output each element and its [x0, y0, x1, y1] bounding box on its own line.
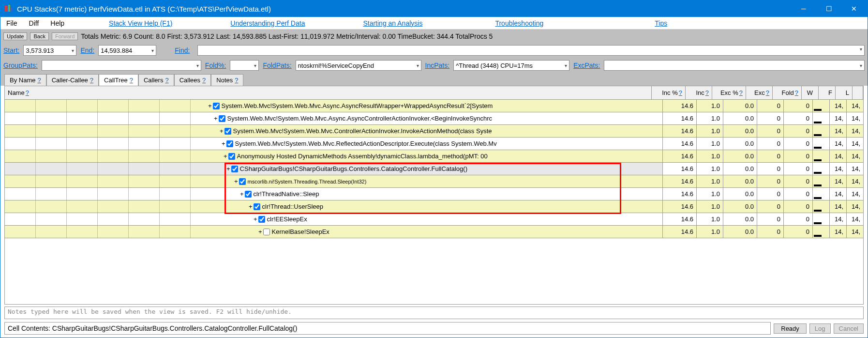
data-cell[interactable]: 14.6 [662, 100, 696, 112]
data-cell[interactable]: 14, [829, 213, 846, 225]
data-cell[interactable]: 0.0 [723, 138, 757, 150]
excpats-label[interactable]: ExcPats: [573, 61, 600, 69]
row-checkbox[interactable] [245, 191, 252, 198]
end-input[interactable] [101, 47, 150, 54]
log-button[interactable]: Log [809, 323, 831, 334]
update-button[interactable]: Update [3, 32, 27, 40]
expand-icon[interactable]: + [224, 153, 227, 160]
foldpct-label[interactable]: Fold%: [205, 61, 226, 69]
data-cell[interactable]: 0 [783, 200, 812, 213]
data-cell[interactable]: 14, [846, 188, 863, 200]
when-cell[interactable] [812, 138, 829, 150]
data-cell[interactable]: 0 [757, 163, 783, 175]
data-cell[interactable]: 14, [829, 188, 846, 200]
grid-body[interactable]: +System.Web.Mvc!System.Web.Mvc.Async.Asy… [5, 100, 863, 304]
close-button[interactable]: ✕ [848, 3, 860, 15]
data-cell[interactable]: 14, [846, 150, 863, 162]
link-starting-analysis[interactable]: Starting an Analysis [353, 19, 432, 27]
incpats-label[interactable]: IncPats: [425, 61, 450, 69]
when-cell[interactable] [812, 188, 829, 200]
table-row[interactable]: +System.Web.Mvc!System.Web.Mvc.Reflected… [5, 138, 863, 150]
data-cell[interactable]: 0 [757, 100, 783, 112]
data-cell[interactable]: 14.6 [662, 213, 696, 225]
name-cell[interactable]: +clr!ThreadNative::Sleep [5, 188, 662, 200]
expand-icon[interactable]: + [258, 228, 262, 235]
name-cell[interactable]: +mscorlib.ni!System.Threading.Thread.Sle… [5, 175, 662, 187]
expand-icon[interactable]: + [249, 203, 253, 210]
cancel-button[interactable]: Cancel [834, 323, 864, 334]
link-tips[interactable]: Tips [645, 19, 677, 27]
row-checkbox[interactable] [228, 153, 235, 160]
data-cell[interactable]: 1.0 [696, 138, 723, 150]
foldpats-combo[interactable]: ▾ [296, 60, 421, 71]
end-combo[interactable]: ▾ [98, 45, 156, 56]
data-cell[interactable]: 14, [846, 175, 863, 187]
data-cell[interactable]: 14, [829, 163, 846, 175]
table-row[interactable]: +KernelBase!SleepEx14.61.00.00014,14, [5, 226, 863, 238]
data-cell[interactable]: 0.0 [723, 226, 757, 238]
name-cell[interactable]: +KernelBase!SleepEx [5, 226, 662, 238]
row-checkbox[interactable] [239, 178, 246, 185]
data-cell[interactable]: 14, [846, 138, 863, 150]
data-cell[interactable]: 14, [829, 200, 846, 213]
menu-help[interactable]: Help [45, 19, 70, 27]
data-cell[interactable]: 0.0 [723, 150, 757, 162]
maximize-button[interactable]: ☐ [823, 3, 835, 15]
data-cell[interactable]: 14, [846, 163, 863, 175]
start-label[interactable]: Start: [3, 46, 19, 54]
when-cell[interactable] [812, 200, 829, 213]
data-cell[interactable]: 14.6 [662, 112, 696, 124]
menu-diff[interactable]: Diff [23, 19, 45, 27]
incpats-input[interactable] [456, 62, 563, 69]
table-row[interactable]: +System.Web.Mvc!System.Web.Mvc.Async.Asy… [5, 112, 863, 125]
data-cell[interactable]: 1.0 [696, 226, 723, 238]
expand-icon[interactable]: + [254, 215, 257, 223]
col-exc[interactable]: Exc ? [746, 86, 773, 99]
data-cell[interactable]: 0 [757, 138, 783, 150]
data-cell[interactable]: 1.0 [696, 125, 723, 137]
row-checkbox[interactable] [231, 166, 238, 172]
row-checkbox[interactable] [258, 216, 265, 223]
col-f[interactable]: F [819, 86, 836, 99]
table-row[interactable]: +Anonymously Hosted DynamicMethods Assem… [5, 150, 863, 163]
row-checkbox[interactable] [224, 128, 231, 135]
data-cell[interactable]: 0 [757, 150, 783, 162]
tab-calltree[interactable]: CallTree ? [99, 74, 138, 86]
data-cell[interactable]: 14, [846, 213, 863, 225]
expand-icon[interactable]: + [234, 178, 238, 185]
chevron-down-icon[interactable]: ▾ [196, 63, 199, 68]
grouppats-input[interactable] [44, 62, 195, 69]
name-cell[interactable]: +Anonymously Hosted DynamicMethods Assem… [5, 150, 662, 162]
name-cell[interactable]: +System.Web.Mvc!System.Web.Mvc.Controlle… [5, 125, 662, 137]
data-cell[interactable]: 0 [783, 175, 812, 187]
data-cell[interactable]: 14, [829, 150, 846, 162]
data-cell[interactable]: 0.0 [723, 175, 757, 187]
data-cell[interactable]: 0 [757, 188, 783, 200]
name-cell[interactable]: +clr!Thread::UserSleep [5, 200, 662, 213]
expand-icon[interactable]: + [226, 165, 230, 172]
menu-file[interactable]: File [0, 19, 23, 27]
data-cell[interactable]: 1.0 [696, 163, 723, 175]
data-cell[interactable]: 0 [757, 112, 783, 124]
chevron-down-icon[interactable]: ▾ [72, 48, 74, 53]
data-cell[interactable]: 0 [783, 100, 812, 112]
data-cell[interactable]: 14, [846, 112, 863, 124]
data-cell[interactable]: 14, [829, 125, 846, 137]
excpats-input[interactable] [606, 62, 858, 69]
data-cell[interactable]: 0 [757, 213, 783, 225]
col-w[interactable]: W [802, 86, 819, 99]
data-cell[interactable]: 14.6 [662, 200, 696, 213]
minimize-button[interactable]: ─ [798, 3, 809, 15]
table-row[interactable]: +System.Web.Mvc!System.Web.Mvc.Controlle… [5, 125, 863, 138]
when-cell[interactable] [812, 150, 829, 162]
table-row[interactable]: +clr!ThreadNative::Sleep14.61.00.00014,1… [5, 188, 863, 200]
tab-callers[interactable]: Callers ? [138, 74, 174, 86]
chevron-down-icon[interactable]: ▾ [565, 63, 567, 68]
find-label[interactable]: Find: [175, 46, 190, 54]
find-input[interactable] [198, 46, 864, 55]
link-stack-view-help[interactable]: Stack View Help (F1) [99, 19, 182, 27]
expand-icon[interactable]: + [214, 115, 218, 122]
chevron-down-icon[interactable]: ▾ [860, 46, 862, 52]
foldpats-label[interactable]: FoldPats: [263, 61, 291, 69]
end-label[interactable]: End: [80, 46, 94, 54]
